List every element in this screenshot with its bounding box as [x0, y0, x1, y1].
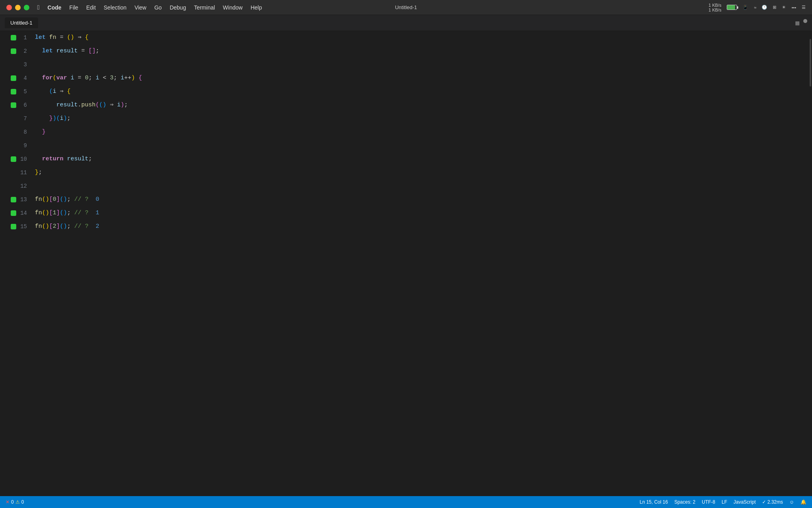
breakpoint-4[interactable]: [8, 75, 19, 81]
smiley-icon[interactable]: ☺: [789, 499, 794, 505]
scrollbar[interactable]: [809, 31, 812, 496]
breakpoint-2[interactable]: [8, 48, 19, 54]
minimize-button[interactable]: [15, 5, 21, 10]
code-line-15: 15 fn()[2](); // ? 2: [8, 220, 801, 233]
timing-info: ✓ 2.32ms: [762, 499, 783, 505]
line-num-4: 4: [19, 71, 35, 85]
line-num-10: 10: [19, 152, 35, 166]
line-num-7: 7: [19, 112, 35, 125]
code-line-1: 1 let fn = () ⇒ {: [8, 31, 801, 44]
scrollbar-thumb[interactable]: [810, 39, 811, 87]
menu-view[interactable]: View: [134, 4, 146, 11]
status-right: Ln 15, Col 16 Spaces: 2 UTF-8 LF JavaScr…: [640, 499, 806, 505]
title-bar-right: 1 KB/s1 KB/s 📱 ≈ 🕐 ⊞ ☀ ••• ☰: [709, 3, 806, 12]
code-line-3: 3: [8, 58, 801, 71]
code-line-8: 8 }: [8, 125, 801, 139]
menu-bar:  Code File Edit Selection View Go Debug…: [37, 4, 262, 11]
line-num-8: 8: [19, 125, 35, 139]
code-line-2: 2 let result = [];: [8, 44, 801, 58]
close-button[interactable]: [6, 5, 12, 10]
apple-menu[interactable]: : [37, 4, 40, 11]
tab-bar: Untitled-1 ▦: [0, 15, 812, 31]
menu-edit[interactable]: Edit: [86, 4, 96, 11]
editor-container: 1 let fn = () ⇒ { 2 let result = []; 3 4…: [0, 31, 812, 496]
line-num-6: 6: [19, 98, 35, 112]
phone-icon: 📱: [743, 5, 748, 10]
title-bar-left:  Code File Edit Selection View Go Debug…: [6, 4, 262, 11]
menu-file[interactable]: File: [69, 4, 79, 11]
code-line-13: 13 fn()[0](); // ? 0: [8, 193, 801, 206]
encoding-setting[interactable]: UTF-8: [702, 499, 715, 505]
code-area[interactable]: 1 let fn = () ⇒ { 2 let result = []; 3 4…: [0, 31, 809, 496]
language-mode[interactable]: JavaScript: [733, 499, 756, 505]
error-count-value: 0: [11, 499, 14, 505]
code-line-12: 12: [8, 179, 801, 193]
status-bar: ✕ 0 ⚠ 0 Ln 15, Col 16 Spaces: 2 UTF-8 LF…: [0, 496, 812, 508]
wifi-icon: ≈: [754, 5, 756, 10]
code-line-7: 7 })(i);: [8, 112, 801, 125]
code-line-10: 10 return result;: [8, 152, 801, 166]
menu-terminal[interactable]: Terminal: [194, 4, 215, 11]
line-num-14: 14: [19, 206, 35, 220]
status-left: ✕ 0 ⚠ 0: [6, 499, 24, 505]
line-num-11: 11: [19, 166, 35, 179]
code-line-6: 6 result.push(() ⇒ i);: [8, 98, 801, 112]
control-center-icon: ⊞: [773, 5, 776, 10]
tab-bar-right: ▦: [795, 19, 807, 27]
battery-icon: [727, 5, 737, 10]
warn-count-value: 0: [21, 499, 24, 505]
line-num-9: 9: [19, 139, 35, 152]
code-line-4: 4 for(var i = 0; i < 3; i++) {: [8, 71, 801, 85]
line-num-15: 15: [19, 220, 35, 233]
more-options-icon[interactable]: [803, 19, 807, 23]
menu-window[interactable]: Window: [223, 4, 243, 11]
breakpoint-10[interactable]: [8, 156, 19, 162]
line-num-12: 12: [19, 179, 35, 193]
cursor-position[interactable]: Ln 15, Col 16: [640, 499, 668, 505]
code-line-9: 9: [8, 139, 801, 152]
menu-debug[interactable]: Debug: [170, 4, 186, 11]
line-ending-setting[interactable]: LF: [722, 499, 727, 505]
breakpoint-13[interactable]: [8, 197, 19, 202]
traffic-lights: [6, 5, 29, 10]
warn-icon: ⚠: [15, 499, 20, 505]
error-icon: ✕: [6, 499, 10, 505]
breakpoint-15[interactable]: [8, 224, 19, 229]
code-line-14: 14 fn()[1](); // ? 1: [8, 206, 801, 220]
more-icon: •••: [791, 5, 796, 10]
line-num-2: 2: [19, 44, 35, 58]
title-bar:  Code File Edit Selection View Go Debug…: [0, 0, 812, 15]
error-count[interactable]: ✕ 0 ⚠ 0: [6, 499, 24, 505]
editor-lines: 1 let fn = () ⇒ { 2 let result = []; 3 4…: [8, 31, 801, 233]
network-speed: 1 KB/s1 KB/s: [709, 3, 721, 12]
list-icon: ☰: [802, 5, 806, 10]
spaces-setting[interactable]: Spaces: 2: [674, 499, 695, 505]
code-line-5: 5 (i ⇒ {: [8, 85, 801, 98]
line-num-5: 5: [19, 85, 35, 98]
split-editor-icon[interactable]: ▦: [795, 19, 799, 27]
maximize-button[interactable]: [24, 5, 29, 10]
breakpoint-1[interactable]: [8, 35, 19, 40]
code-line-11: 11 };: [8, 166, 801, 179]
menu-code[interactable]: Code: [48, 4, 61, 11]
finder-icon: ☀: [782, 5, 786, 10]
breakpoint-5[interactable]: [8, 89, 19, 94]
tab-untitled[interactable]: Untitled-1: [5, 17, 38, 28]
menu-help[interactable]: Help: [251, 4, 262, 11]
line-num-1: 1: [19, 31, 35, 44]
window-title: Untitled-1: [395, 4, 417, 10]
breakpoint-6[interactable]: [8, 102, 19, 108]
clock-icon: 🕐: [762, 5, 767, 10]
bell-icon[interactable]: 🔔: [801, 499, 806, 505]
breakpoint-14[interactable]: [8, 210, 19, 216]
tab-label: Untitled-1: [10, 20, 33, 26]
menu-go[interactable]: Go: [154, 4, 162, 11]
line-num-13: 13: [19, 193, 35, 206]
line-num-3: 3: [19, 58, 35, 71]
menu-selection[interactable]: Selection: [104, 4, 127, 11]
